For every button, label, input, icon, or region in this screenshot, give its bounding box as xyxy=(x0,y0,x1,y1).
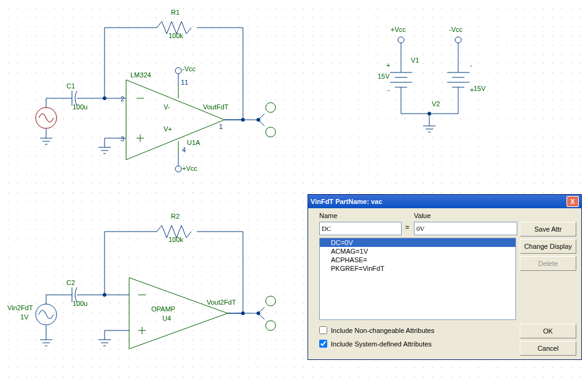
ok-button[interactable]: OK xyxy=(520,324,576,338)
vout1[interactable]: VoutFdT xyxy=(203,103,229,111)
list-item[interactable]: ACMAG=1V xyxy=(320,247,515,256)
list-item[interactable]: DC=0V xyxy=(320,238,515,247)
r2-name[interactable]: R2 xyxy=(171,213,180,220)
pin11: 11 xyxy=(181,79,188,86)
name-label: Name xyxy=(319,212,337,219)
svg-point-33 xyxy=(398,37,404,43)
u1a[interactable]: U1A xyxy=(187,139,200,146)
pin2: 2 xyxy=(121,95,124,103)
chk-systemdefined-box[interactable] xyxy=(319,340,327,348)
r2-value[interactable]: 100k xyxy=(169,236,183,243)
chk-nonchangeable[interactable]: Include Non-changeable Attributes xyxy=(319,326,434,334)
v2-val[interactable]: 15V xyxy=(474,85,486,92)
svg-point-36 xyxy=(103,293,106,297)
svg-point-52 xyxy=(266,296,276,306)
u4-name[interactable]: OPAMP xyxy=(151,305,175,313)
delete-button: Delete xyxy=(520,256,576,271)
dialog-title: VinFdT PartName: vac xyxy=(311,198,566,205)
c1-value[interactable]: 100u xyxy=(73,103,87,111)
svg-point-19 xyxy=(175,166,181,172)
v1-m: - xyxy=(387,86,390,93)
svg-point-20 xyxy=(266,103,276,112)
pvcc-label: +Vcc xyxy=(182,165,197,172)
pin3: 3 xyxy=(121,135,124,143)
svg-point-35 xyxy=(427,112,431,115)
svg-point-53 xyxy=(266,321,276,330)
close-icon[interactable]: X xyxy=(566,196,579,207)
svg-point-1 xyxy=(241,118,245,122)
change-display-button[interactable]: Change Display xyxy=(520,239,576,254)
cancel-button[interactable]: Cancel xyxy=(520,341,576,356)
c1-name[interactable]: C1 xyxy=(66,82,75,90)
svg-point-2 xyxy=(256,118,260,122)
attribute-list[interactable]: DC=0V ACMAG=1V ACPHASE= PKGREF=VinFdT xyxy=(319,238,516,320)
pvcc-sup: +Vcc xyxy=(391,26,406,33)
chk-systemdefined[interactable]: Include System-defined Attributes xyxy=(319,340,432,348)
src2-name[interactable]: Vin2FdT xyxy=(7,304,33,311)
svg-point-34 xyxy=(455,37,461,43)
list-item[interactable]: ACPHASE= xyxy=(320,256,515,264)
r1-name[interactable]: R1 xyxy=(171,9,180,16)
r1-value[interactable]: 100k xyxy=(169,32,183,39)
vp: V+ xyxy=(164,125,172,133)
save-attr-button[interactable]: Save Attr xyxy=(520,222,576,236)
value-label: Value xyxy=(414,212,431,219)
svg-point-18 xyxy=(175,68,181,74)
attribute-dialog[interactable]: VinFdT PartName: vac X Name Value = DC=0… xyxy=(308,194,582,360)
name-field[interactable] xyxy=(319,222,402,235)
c2-value[interactable]: 100u xyxy=(73,300,87,307)
svg-point-21 xyxy=(266,127,276,137)
pin4: 4 xyxy=(182,146,186,154)
v1-p: + xyxy=(386,61,390,69)
vout2[interactable]: Vout2FdT xyxy=(207,299,236,306)
chk-nonchangeable-box[interactable] xyxy=(319,326,327,334)
v2-p: + xyxy=(470,86,474,93)
u4-des[interactable]: U4 xyxy=(162,315,171,322)
vm: V- xyxy=(164,103,170,111)
nvcc-sup: -Vcc xyxy=(449,26,463,33)
equals-label: = xyxy=(405,224,409,231)
svg-point-38 xyxy=(256,311,260,315)
list-item[interactable]: PKGREF=VinFdT xyxy=(320,264,515,273)
v2-name[interactable]: V2 xyxy=(432,100,440,107)
c2-name[interactable]: C2 xyxy=(66,279,75,286)
svg-point-0 xyxy=(103,96,106,100)
v1-name[interactable]: V1 xyxy=(411,57,419,64)
src2-val[interactable]: 1V xyxy=(20,313,28,321)
dialog-titlebar[interactable]: VinFdT PartName: vac X xyxy=(308,195,581,208)
v1-val[interactable]: 15V xyxy=(378,72,390,80)
v2-m: - xyxy=(470,61,472,69)
nvcc-label: -Vcc xyxy=(182,65,196,72)
value-field[interactable] xyxy=(414,222,517,235)
pin1: 1 xyxy=(219,123,223,130)
svg-point-37 xyxy=(241,311,245,315)
u1-name[interactable]: LM324 xyxy=(130,71,151,79)
